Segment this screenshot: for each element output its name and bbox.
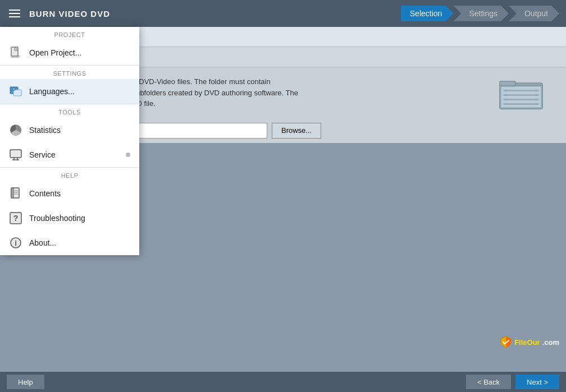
menu-item-troubleshooting[interactable]: ? Troubleshooting (0, 206, 139, 230)
chart-icon (9, 123, 22, 137)
menu-item-contents[interactable]: Contents (0, 181, 139, 206)
section-settings: SETTINGS (0, 65, 139, 79)
top-bar: BURN VIDEO DVD Selection Settings Output (0, 0, 566, 27)
watermark: FileOur.com (500, 336, 559, 348)
back-button[interactable]: < Back (466, 375, 511, 389)
main-content: Select the burn drive. Please select the… (0, 27, 566, 372)
languages-label: Languages... (29, 87, 75, 96)
help-button[interactable]: Help (7, 375, 44, 389)
breadcrumb: Selection Settings Output (401, 6, 559, 21)
svg-rect-7 (503, 103, 539, 105)
open-project-label: Open Project... (29, 48, 81, 57)
browse-button[interactable]: Browse... (272, 123, 321, 139)
watermark-shield-icon (500, 336, 512, 348)
display-icon (9, 148, 22, 162)
menu-item-service[interactable]: Service (0, 142, 139, 167)
bottom-bar: Help < Back Next > (0, 372, 566, 392)
svg-rect-3 (500, 81, 515, 86)
menu-item-about[interactable]: i About... (0, 230, 139, 255)
languages-icon (9, 85, 22, 98)
svg-rect-5 (503, 94, 539, 96)
service-label: Service (29, 150, 56, 159)
svg-rect-20 (11, 188, 13, 198)
svg-text:?: ? (13, 214, 19, 223)
file-icon (9, 46, 22, 59)
next-button[interactable]: Next > (515, 375, 559, 389)
breadcrumb-output[interactable]: Output (509, 6, 559, 21)
menu-item-open-project[interactable]: Open Project... (0, 40, 139, 65)
section-help: HELP (0, 167, 139, 181)
question-icon: ? (9, 211, 22, 225)
menu-item-statistics[interactable]: Statistics (0, 118, 139, 142)
statistics-label: Statistics (29, 126, 61, 135)
breadcrumb-settings[interactable]: Settings (453, 6, 509, 21)
section-project: PROJECT (0, 27, 139, 40)
book-icon (9, 187, 22, 200)
svg-rect-6 (503, 99, 539, 100)
nav-buttons: < Back Next > (466, 375, 559, 389)
section-tools: TOOLS (0, 104, 139, 118)
folder-icon-large (499, 73, 544, 112)
menu-button[interactable] (7, 7, 22, 20)
svg-text:i: i (15, 239, 17, 247)
troubleshooting-label: Troubleshooting (29, 214, 85, 223)
svg-rect-4 (503, 90, 539, 91)
app-title: BURN VIDEO DVD (29, 9, 394, 19)
info-icon: i (9, 236, 22, 250)
dropdown-menu: PROJECT Open Project... SETTINGS (0, 27, 139, 255)
breadcrumb-selection[interactable]: Selection (401, 6, 454, 21)
about-label: About... (29, 238, 56, 247)
service-dot (126, 153, 130, 157)
contents-label: Contents (29, 189, 61, 198)
menu-item-languages[interactable]: Languages... (0, 79, 139, 104)
watermark-text: FileOur (514, 338, 540, 347)
svg-rect-15 (10, 150, 21, 158)
